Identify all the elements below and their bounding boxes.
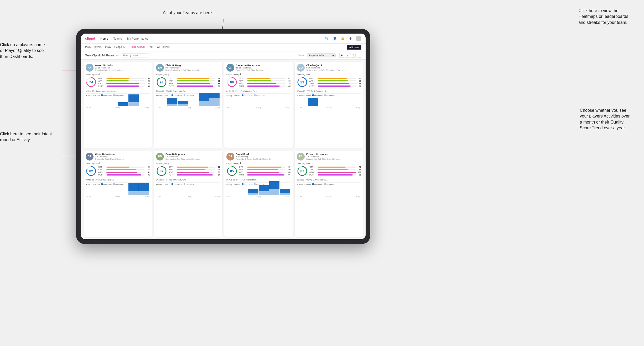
player-name[interactable]: Edward Crossman <box>306 153 361 156</box>
nav-teams[interactable]: Teams <box>113 37 122 40</box>
bell-icon[interactable]: 🔔 <box>340 36 345 41</box>
quality-score[interactable]: 85 <box>230 169 234 173</box>
player-info: Blair McHarg Plus Handicap Royal North D… <box>165 64 220 71</box>
settings-icon[interactable]: ⚙ <box>348 36 353 41</box>
activity-section: Activity · 1 Month On course Off course … <box>156 93 220 108</box>
quality-row: 87 OTT 82 APP 74 ARG 85 <box>156 166 220 177</box>
latest-round[interactable]: 02 Jul 23 · 59 (+17), Craigmillar Park G… <box>226 89 290 92</box>
player-name[interactable]: Charlie Quick <box>306 64 361 67</box>
round-arrow[interactable]: → <box>147 179 150 181</box>
nav-home[interactable]: Home <box>100 37 108 40</box>
nav-logo: clippd <box>85 36 95 40</box>
player-name[interactable]: Dave Billingham <box>165 153 220 156</box>
player-name[interactable]: Cameron Robertson <box>236 64 290 67</box>
player-card[interactable]: CQ Charlie Quick 6-10 Handicap St. Georg… <box>295 62 363 148</box>
avatar: EC <box>297 153 305 161</box>
app-stat: APP 58 <box>98 80 150 82</box>
latest-round[interactable]: 26 Aug 23 · 73 (+1), Royal North Devon G… <box>156 89 220 92</box>
grid-view-button[interactable]: ⊞ <box>339 53 344 58</box>
avatar: DF <box>226 153 234 161</box>
quality-score[interactable]: 83 <box>300 80 304 84</box>
player-name[interactable]: Aaron Nicholls <box>95 64 150 67</box>
player-club: Craigmillar Park, United Kingdom <box>95 158 150 160</box>
card-header: DB Dave Billingham 1-5 Handicap Sog Magi… <box>156 153 220 161</box>
player-name[interactable]: Chris Robertson <box>95 153 150 156</box>
list-view-button[interactable]: ≡ <box>345 53 350 58</box>
latest-round[interactable]: 04 Sep 23 · Mobility with coach, Gym → <box>156 178 220 181</box>
player-info: Chris Robertson 1-5 Handicap Craigmillar… <box>95 153 150 160</box>
latest-round[interactable]: 02 Sep 23 · Sunset round to get back int… <box>86 89 150 92</box>
quality-circle[interactable]: 74 <box>86 77 97 88</box>
on-course-label: On course <box>244 183 252 185</box>
on-course-label: On course <box>103 94 112 96</box>
add-team-button[interactable]: Add Team <box>347 45 361 50</box>
player-name[interactable]: David Ford <box>236 153 290 156</box>
nav-performance[interactable]: My Performance <box>127 37 148 40</box>
player-card[interactable]: DF David Ford 1-5 Handicap Royal North D… <box>224 151 293 237</box>
player-handicap: 11-15 Handicap <box>236 67 290 69</box>
player-name[interactable]: Blair McHarg <box>165 64 220 67</box>
show-select[interactable]: Player Activity Quality Score Trend <box>307 53 336 57</box>
quality-score[interactable]: 82 <box>89 169 93 173</box>
tab-hcaps[interactable]: Hcaps 1-5 <box>115 46 127 49</box>
quality-score[interactable]: 74 <box>89 80 93 84</box>
latest-round[interactable]: 07 Aug 23 · 77 (+7), St George's Hill GC… <box>297 89 361 92</box>
tab-tour[interactable]: Tour <box>148 46 153 49</box>
round-arrow[interactable]: → <box>359 90 361 92</box>
round-arrow[interactable]: → <box>147 90 150 92</box>
off-course-legend-dot <box>184 94 185 96</box>
latest-round[interactable]: 18 Jul 23 · 74 (+4), Sunningdale GC - Ol… <box>297 178 361 181</box>
player-card[interactable]: DB Dave Billingham 1-5 Handicap Sog Magi… <box>154 151 222 237</box>
player-card[interactable]: EC Edward Crossman 1-5 Handicap Sunningd… <box>295 151 363 237</box>
on-course-label: On course <box>103 183 112 185</box>
player-info: Aaron Nicholls 11-15 Handicap Drift Golf… <box>95 64 150 71</box>
quality-circle[interactable]: 68 <box>226 77 237 88</box>
player-card[interactable]: AN Aaron Nicholls 11-15 Handicap Drift G… <box>84 62 152 148</box>
round-arrow[interactable]: → <box>218 90 220 92</box>
tab-pgat[interactable]: PGAT Players <box>85 46 101 49</box>
quality-score[interactable]: 87 <box>300 169 304 173</box>
arg-stat: ARG 83 <box>309 82 361 85</box>
quality-circle[interactable]: 87 <box>156 166 167 177</box>
filter-input[interactable] <box>121 53 149 57</box>
latest-round[interactable]: 26 Aug 23 · 84 (+12), Royal North Devon … <box>226 178 290 181</box>
quality-circle[interactable]: 83 <box>297 77 308 88</box>
sub-nav: PGAT Players PGA Hcaps 1-5 Team Clippd T… <box>81 44 366 51</box>
round-arrow[interactable]: → <box>288 90 290 92</box>
tab-pga[interactable]: PGA <box>105 46 111 49</box>
player-info: Edward Crossman 1-5 Handicap Sunningdale… <box>306 153 361 160</box>
quality-label: Player Quality ℹ <box>86 162 150 164</box>
quality-circle[interactable]: 85 <box>226 166 237 177</box>
player-info: Dave Billingham 1-5 Handicap Sog Maging … <box>165 153 220 160</box>
activity-section: Activity · 1 Month On course Off course … <box>297 93 361 108</box>
quality-score[interactable]: 87 <box>160 169 163 173</box>
player-card[interactable]: CR Cameron Robertson 11-15 Handicap Roya… <box>224 62 293 148</box>
card-header: DF David Ford 1-5 Handicap Royal North D… <box>226 153 290 161</box>
avatar[interactable]: U <box>356 36 361 41</box>
latest-round[interactable]: 03 Mar 23 · 19, Must make putting → <box>86 178 150 181</box>
quality-label: Player Quality ℹ <box>86 73 150 76</box>
on-course-legend-dot <box>101 94 103 96</box>
round-arrow[interactable]: → <box>218 179 220 181</box>
player-card[interactable]: BM Blair McHarg Plus Handicap Royal Nort… <box>154 62 222 148</box>
tab-team-clippd[interactable]: Team Clippd <box>130 45 145 49</box>
quality-score[interactable]: 68 <box>230 80 234 84</box>
round-arrow[interactable]: → <box>288 179 290 181</box>
player-info: Cameron Robertson 11-15 Handicap Royal P… <box>236 64 290 71</box>
user-icon[interactable]: 👤 <box>332 36 337 41</box>
player-card[interactable]: CR Chris Robertson 1-5 Handicap Craigmil… <box>84 151 152 237</box>
putt-stat: PUTT 86 <box>309 85 361 87</box>
round-arrow[interactable]: → <box>359 179 361 181</box>
tab-all-players[interactable]: All Players <box>157 46 169 49</box>
quality-score[interactable]: 93 <box>160 80 163 84</box>
quality-row: 82 OTT 60 APP 77 ARG 81 <box>86 166 150 177</box>
quality-circle[interactable]: 82 <box>86 166 97 177</box>
edit-icon[interactable]: ✏ <box>116 54 118 57</box>
filter-button[interactable]: ▽ <box>351 53 356 58</box>
sort-button[interactable]: ↕ <box>357 53 361 58</box>
off-course-label: Off course <box>326 183 335 185</box>
quality-circle[interactable]: 87 <box>297 166 308 177</box>
search-icon[interactable]: 🔍 <box>324 36 329 41</box>
quality-circle[interactable]: 93 <box>156 77 167 88</box>
avatar: DB <box>156 153 164 161</box>
